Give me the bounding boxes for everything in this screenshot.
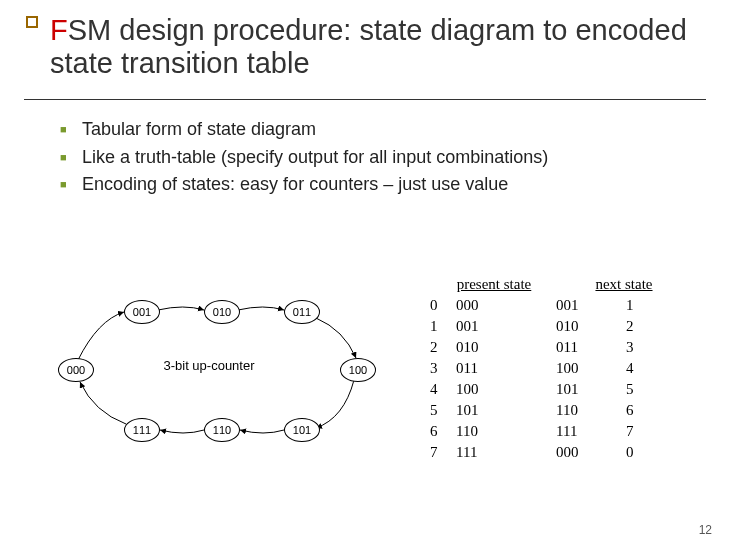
table-row: 10010102 — [424, 316, 704, 337]
present-decimal: 6 — [424, 421, 456, 442]
bullet-item: Tabular form of state diagram — [60, 116, 706, 144]
title-underline — [24, 99, 706, 100]
present-decimal: 4 — [424, 379, 456, 400]
next-decimal: 0 — [626, 442, 656, 463]
state-node: 111 — [124, 418, 160, 442]
state-node: 100 — [340, 358, 376, 382]
present-decimal: 2 — [424, 337, 456, 358]
slide-number: 12 — [699, 523, 712, 537]
next-decimal: 1 — [626, 295, 656, 316]
table-row: 71110000 — [424, 442, 704, 463]
present-binary: 010 — [456, 337, 556, 358]
state-node: 001 — [124, 300, 160, 324]
table-row: 30111004 — [424, 358, 704, 379]
next-binary: 010 — [556, 316, 626, 337]
table-row: 41001015 — [424, 379, 704, 400]
next-binary: 000 — [556, 442, 626, 463]
table-body: 0000001110010102201001133011100441001015… — [424, 295, 704, 463]
content-row: 001 010 011 000 100 111 110 101 3-bit up… — [24, 280, 706, 490]
table-row: 00000011 — [424, 295, 704, 316]
header-next: next state — [564, 274, 684, 295]
bullet-item: Like a truth-table (specify output for a… — [60, 144, 706, 172]
bullet-item: Encoding of states: easy for counters – … — [60, 171, 706, 199]
header-present: present state — [424, 274, 564, 295]
table-header: present state next state — [424, 274, 704, 295]
present-decimal: 5 — [424, 400, 456, 421]
state-node: 110 — [204, 418, 240, 442]
present-binary: 101 — [456, 400, 556, 421]
next-binary: 100 — [556, 358, 626, 379]
table-row: 20100113 — [424, 337, 704, 358]
next-binary: 101 — [556, 379, 626, 400]
next-decimal: 5 — [626, 379, 656, 400]
next-decimal: 4 — [626, 358, 656, 379]
present-binary: 110 — [456, 421, 556, 442]
next-decimal: 7 — [626, 421, 656, 442]
next-binary: 111 — [556, 421, 626, 442]
state-node: 000 — [58, 358, 94, 382]
present-decimal: 7 — [424, 442, 456, 463]
table-row: 51011106 — [424, 400, 704, 421]
present-binary: 100 — [456, 379, 556, 400]
transition-table: present state next state 000000111001010… — [424, 274, 704, 463]
slide-title: FSM design procedure: state diagram to e… — [50, 14, 706, 81]
title-rest: SM design procedure: state diagram to en… — [50, 14, 687, 79]
next-binary: 011 — [556, 337, 626, 358]
state-node: 010 — [204, 300, 240, 324]
next-binary: 110 — [556, 400, 626, 421]
present-decimal: 3 — [424, 358, 456, 379]
present-decimal: 1 — [424, 316, 456, 337]
present-binary: 011 — [456, 358, 556, 379]
next-decimal: 3 — [626, 337, 656, 358]
next-decimal: 6 — [626, 400, 656, 421]
present-binary: 001 — [456, 316, 556, 337]
present-binary: 111 — [456, 442, 556, 463]
present-binary: 000 — [456, 295, 556, 316]
title-first-letter: F — [50, 14, 68, 46]
present-decimal: 0 — [424, 295, 456, 316]
bullet-list: Tabular form of state diagram Like a tru… — [60, 116, 706, 200]
next-binary: 001 — [556, 295, 626, 316]
next-decimal: 2 — [626, 316, 656, 337]
title-accent-box — [26, 16, 38, 28]
state-node: 101 — [284, 418, 320, 442]
diagram-label: 3-bit up-counter — [149, 358, 269, 373]
table-row: 61101117 — [424, 421, 704, 442]
state-node: 011 — [284, 300, 320, 324]
state-diagram: 001 010 011 000 100 111 110 101 3-bit up… — [44, 290, 384, 460]
slide: FSM design procedure: state diagram to e… — [0, 0, 730, 547]
